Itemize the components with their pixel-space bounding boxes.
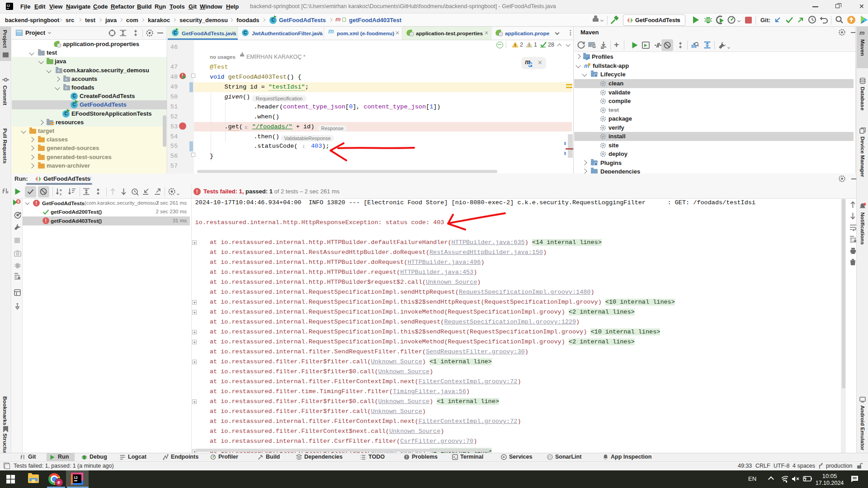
svg-text:z: z <box>60 192 61 196</box>
svg-text:a: a <box>60 188 62 192</box>
svg-text:9: 9 <box>17 199 19 204</box>
